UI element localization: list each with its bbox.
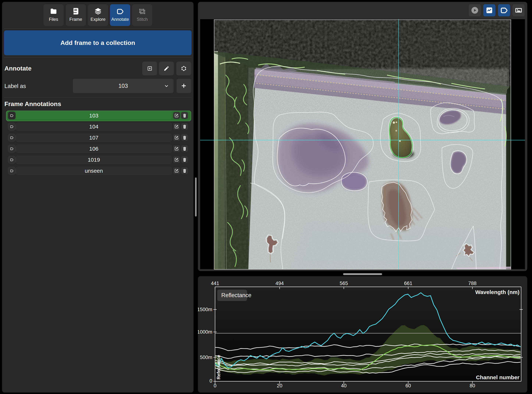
svg-text:494: 494 [275, 280, 284, 286]
svg-text:Channel number: Channel number [476, 374, 519, 380]
svg-text:Wavelength (nm): Wavelength (nm) [475, 289, 519, 295]
svg-text:Reflectance: Reflectance [221, 292, 252, 298]
svg-text:60: 60 [405, 383, 411, 389]
svg-text:788: 788 [468, 280, 476, 286]
svg-text:441: 441 [211, 280, 219, 286]
svg-text:Refectance: Refectance [216, 355, 221, 379]
svg-text:500m: 500m [200, 355, 212, 360]
svg-text:1000m: 1000m [198, 329, 212, 335]
svg-text:0: 0 [213, 383, 216, 389]
svg-text:40: 40 [341, 383, 347, 389]
svg-text:0: 0 [209, 378, 212, 384]
svg-text:20: 20 [277, 383, 282, 389]
svg-text:1500m: 1500m [198, 307, 212, 312]
svg-text:565: 565 [339, 280, 348, 286]
svg-text:661: 661 [404, 280, 412, 286]
svg-text:80: 80 [470, 383, 475, 389]
